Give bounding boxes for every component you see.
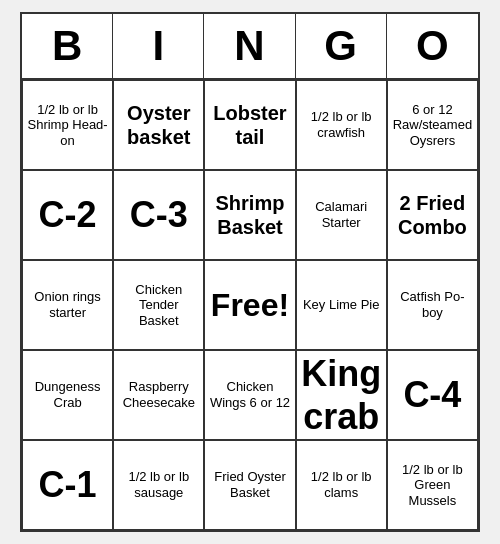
bingo-grid: 1/2 lb or lb Shrimp Head-onOyster basket… xyxy=(22,80,478,530)
bingo-cell: Calamari Starter xyxy=(296,170,387,260)
header-letter: I xyxy=(113,14,204,78)
bingo-cell: Catfish Po-boy xyxy=(387,260,478,350)
bingo-cell: 6 or 12 Raw/steamed Oysrers xyxy=(387,80,478,170)
bingo-cell: Fried Oyster Basket xyxy=(204,440,295,530)
bingo-cell: Oyster basket xyxy=(113,80,204,170)
bingo-cell: 1/2 lb or lb Green Mussels xyxy=(387,440,478,530)
bingo-cell: 2 Fried Combo xyxy=(387,170,478,260)
bingo-cell: C-1 xyxy=(22,440,113,530)
bingo-cell: Raspberry Cheesecake xyxy=(113,350,204,440)
header-letter: O xyxy=(387,14,478,78)
bingo-cell: Shrimp Basket xyxy=(204,170,295,260)
bingo-cell: Free! xyxy=(204,260,295,350)
bingo-cell: Chicken Tender Basket xyxy=(113,260,204,350)
bingo-card: BINGO 1/2 lb or lb Shrimp Head-onOyster … xyxy=(20,12,480,532)
bingo-cell: 1/2 lb or lb crawfish xyxy=(296,80,387,170)
bingo-cell: 1/2 lb or lb Shrimp Head-on xyxy=(22,80,113,170)
bingo-cell: Chicken Wings 6 or 12 xyxy=(204,350,295,440)
bingo-cell: Dungeness Crab xyxy=(22,350,113,440)
bingo-cell: C-4 xyxy=(387,350,478,440)
bingo-header: BINGO xyxy=(22,14,478,80)
bingo-cell: 1/2 lb or lb clams xyxy=(296,440,387,530)
header-letter: G xyxy=(296,14,387,78)
header-letter: B xyxy=(22,14,113,78)
bingo-cell: C-2 xyxy=(22,170,113,260)
bingo-cell: Lobster tail xyxy=(204,80,295,170)
header-letter: N xyxy=(204,14,295,78)
bingo-cell: 1/2 lb or lb sausage xyxy=(113,440,204,530)
bingo-cell: Key Lime Pie xyxy=(296,260,387,350)
bingo-cell: King crab xyxy=(296,350,387,440)
bingo-cell: C-3 xyxy=(113,170,204,260)
bingo-cell: Onion rings starter xyxy=(22,260,113,350)
